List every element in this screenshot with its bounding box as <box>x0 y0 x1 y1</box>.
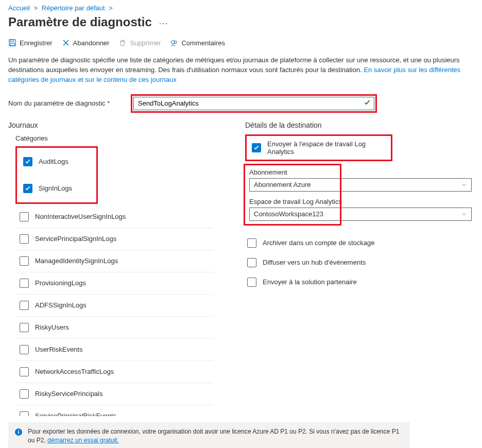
save-icon <box>8 39 16 47</box>
category-row[interactable]: SignInLogs <box>19 178 94 199</box>
category-label: NonInteractiveUserSignInLogs <box>35 213 126 220</box>
workspace-label: Espace de travail Log Analytics <box>249 198 472 205</box>
setting-name-input[interactable] <box>138 99 370 107</box>
category-label: ServicePrincipalRiskEvents <box>35 412 116 416</box>
checkbox-networkaccesstrafficlogs[interactable] <box>20 367 29 376</box>
close-icon <box>62 39 70 47</box>
partner-label: Envoyer à la solution partenaire <box>263 278 357 286</box>
discard-button[interactable]: Abandonner <box>62 39 110 47</box>
categories-heading: Catégories <box>15 134 234 142</box>
discard-label: Abandonner <box>73 39 110 47</box>
archive-label: Archiver dans un compte de stockage <box>263 239 375 247</box>
checkbox-auditlogs[interactable] <box>23 157 32 166</box>
archive-option[interactable]: Archiver dans un compte de stockage <box>245 233 476 253</box>
destination-heading: Détails de la destination <box>245 121 476 129</box>
category-row[interactable]: RiskyUsers <box>15 317 213 339</box>
category-label: SignInLogs <box>39 184 72 192</box>
checkbox-archive[interactable] <box>247 238 256 248</box>
more-actions-button[interactable]: ··· <box>159 18 168 29</box>
checkbox-send-law[interactable] <box>252 143 261 152</box>
checkbox-eventhub[interactable] <box>247 258 256 267</box>
category-label: ADFSSignInLogs <box>35 301 87 309</box>
checkbox-noninteractiveusersigninlogs[interactable] <box>20 212 29 221</box>
category-row[interactable]: ManagedIdentitySignInLogs <box>15 250 213 272</box>
feedback-button[interactable]: Commentaires <box>170 39 225 47</box>
trash-icon <box>118 39 127 47</box>
category-row[interactable]: ADFSSignInLogs <box>15 295 213 317</box>
eventhub-label: Diffuser vers un hub d'événements <box>263 259 366 266</box>
delete-button: Supprimer <box>118 39 161 47</box>
workspace-value: ContosoWorkspace123 <box>254 210 323 218</box>
checkbox-riskyusers[interactable] <box>20 323 29 332</box>
category-label: ProvisioningLogs <box>35 279 86 287</box>
breadcrumb-home[interactable]: Accueil <box>8 4 30 12</box>
svg-rect-6 <box>18 431 19 434</box>
setting-name-label: Nom du paramètre de diagnostic * <box>8 99 128 107</box>
category-row[interactable]: ProvisioningLogs <box>15 272 213 295</box>
category-row[interactable]: UserRiskEvents <box>15 339 213 361</box>
svg-rect-2 <box>10 43 14 46</box>
category-row[interactable]: ServicePrincipalRiskEvents <box>15 405 213 416</box>
eventhub-option[interactable]: Diffuser vers un hub d'événements <box>245 253 476 272</box>
category-label: AuditLogs <box>39 158 68 165</box>
subscription-label: Abonnement <box>249 168 472 176</box>
category-label: ManagedIdentitySignInLogs <box>35 257 118 265</box>
partner-option[interactable]: Envoyer à la solution partenaire <box>245 272 476 292</box>
category-label: RiskyServicePrincipals <box>35 390 102 398</box>
checkbox-riskyserviceprincipals[interactable] <box>20 389 29 399</box>
start-trial-link[interactable]: démarrez un essai gratuit. <box>47 437 119 444</box>
svg-point-4 <box>174 41 177 44</box>
checkbox-managedidentitysigninlogs[interactable] <box>20 256 29 266</box>
page-title: Paramètre de diagnostic <box>8 15 152 29</box>
checkbox-adfssigninlogs[interactable] <box>20 301 29 310</box>
checkbox-signinlogs[interactable] <box>23 184 32 193</box>
category-row[interactable]: NetworkAccessTrafficLogs <box>15 361 213 383</box>
send-law-label: Envoyer à l'espace de travail Log Analyt… <box>267 140 386 156</box>
subscription-value: Abonnement Azure <box>254 181 311 188</box>
workspace-select[interactable]: ContosoWorkspace123 <box>249 208 472 221</box>
save-button[interactable]: Enregistrer <box>8 39 53 47</box>
category-row[interactable]: RiskyServicePrincipals <box>15 383 213 405</box>
category-label: RiskyUsers <box>35 323 69 331</box>
checkbox-partner[interactable] <box>247 278 256 287</box>
chevron-down-icon <box>461 182 467 188</box>
feedback-icon <box>170 39 178 47</box>
logs-heading: Journaux <box>8 121 234 129</box>
chevron-down-icon <box>461 211 467 217</box>
category-row[interactable]: AuditLogs <box>19 151 94 173</box>
categories-scroll[interactable]: AuditLogs SignInLogs NonInteractiveUserS… <box>8 146 234 416</box>
svg-point-7 <box>18 429 19 430</box>
breadcrumb: Accueil > Répertoire par défaut > <box>8 4 474 12</box>
info-icon <box>14 428 23 436</box>
category-label: ServicePrincipalSignInLogs <box>35 235 116 243</box>
save-label: Enregistrer <box>20 39 53 47</box>
category-row[interactable]: ServicePrincipalSignInLogs <box>15 228 213 250</box>
toolbar: Enregistrer Abandonner Supprimer Comment… <box>8 39 474 47</box>
description-text: Un paramètre de diagnostic spécifie une … <box>8 56 472 85</box>
check-icon <box>364 99 371 108</box>
chevron-right-icon: > <box>107 4 115 12</box>
breadcrumb-directory[interactable]: Répertoire par défaut <box>42 4 105 12</box>
chevron-right-icon: > <box>32 4 40 12</box>
feedback-label: Commentaires <box>181 39 225 47</box>
checkbox-userriskevents[interactable] <box>20 345 29 354</box>
delete-label: Supprimer <box>130 39 161 47</box>
category-label: UserRiskEvents <box>35 346 82 353</box>
checkbox-provisioninglogs[interactable] <box>20 279 29 288</box>
subscription-select[interactable]: Abonnement Azure <box>249 178 472 192</box>
checkbox-serviceprincipalriskevents[interactable] <box>20 411 29 416</box>
category-row[interactable]: NonInteractiveUserSignInLogs <box>15 206 213 228</box>
category-label: NetworkAccessTrafficLogs <box>35 368 114 375</box>
checkbox-serviceprincipalsigninlogs[interactable] <box>20 234 29 244</box>
setting-name-input-wrap <box>133 97 374 110</box>
